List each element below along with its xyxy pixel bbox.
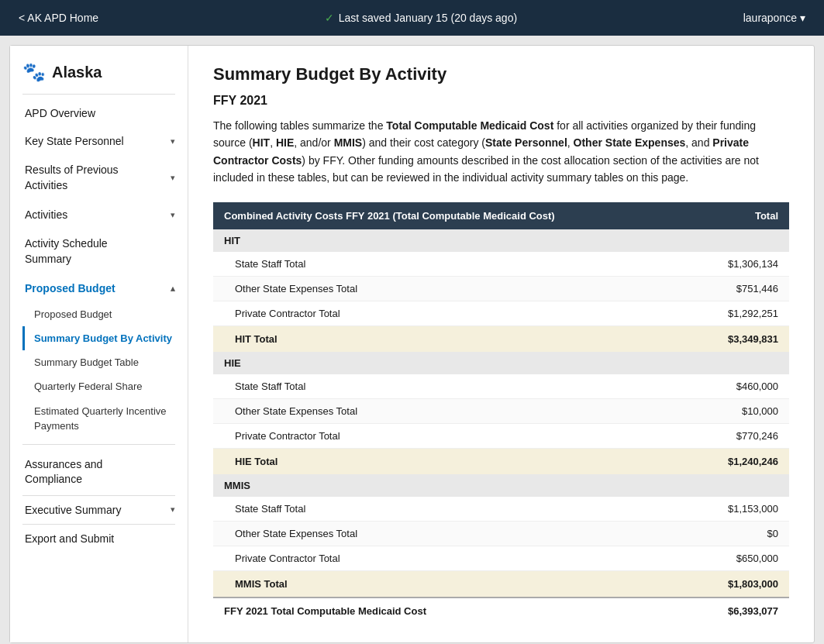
table-grand-total-row: FFY 2021 Total Computable Medicaid Cost$… [213,598,789,624]
chevron-up-icon: ▴ [171,284,175,294]
main-content: Summary Budget By Activity FFY 2021 The … [188,46,814,642]
sidebar-sub-item-proposed-budget[interactable]: Proposed Budget [22,302,188,326]
alaska-icon: 🐾 [22,61,46,83]
page-title: Summary Budget By Activity [213,64,789,84]
ffy-label: FFY 2021 [213,94,789,108]
sidebar: 🐾 Alaska APD Overview Key State Personne… [10,46,188,642]
table-header-row: Combined Activity Costs FFY 2021 (Total … [213,202,789,229]
table-total-row: HIE Total$1,240,246 [213,448,789,474]
save-status: ✓ Last saved January 15 (20 days ago) [325,12,517,24]
sidebar-item-executive-summary[interactable]: Executive Summary ▾ [10,496,188,524]
chevron-down-icon: ▾ [171,173,175,183]
table-row: State Staff Total$1,306,134 [213,252,789,277]
chevron-down-icon: ▾ [171,505,175,515]
table-row: State Staff Total$460,000 [213,374,789,399]
sidebar-sub-item-summary-budget-table[interactable]: Summary Budget Table [22,350,188,374]
user-menu[interactable]: lauraponce ▾ [743,12,805,24]
sidebar-item-key-state-personnel[interactable]: Key State Personnel ▾ [10,127,188,155]
sidebar-item-assurances[interactable]: Assurances and Compliance [10,449,188,495]
table-row: Private Contractor Total$1,292,251 [213,301,789,325]
sidebar-item-results-prev[interactable]: Results of Previous Activities ▾ [10,155,188,201]
chevron-down-icon: ▾ [800,12,805,24]
table-row: State Staff Total$1,153,000 [213,497,789,522]
chevron-down-icon: ▾ [171,210,175,220]
topnav: < AK APD Home ✓ Last saved January 15 (2… [0,0,824,36]
sidebar-sub-item-summary-budget-activity[interactable]: Summary Budget By Activity [22,326,188,350]
back-link[interactable]: < AK APD Home [19,12,98,24]
check-icon: ✓ [325,12,334,24]
table-total-row: HIT Total$3,349,831 [213,325,789,352]
sidebar-item-activities[interactable]: Activities ▾ [10,201,188,229]
sidebar-sub-item-estimated-quarterly[interactable]: Estimated Quarterly Incentive Payments [22,398,188,439]
sidebar-sub-proposed-budget: Proposed Budget Summary Budget By Activi… [10,302,188,439]
table-row: Other State Expenses Total$10,000 [213,398,789,423]
sidebar-item-export-submit[interactable]: Export and Submit [10,525,188,553]
table-row: Private Contractor Total$650,000 [213,546,789,570]
table-header-label: Combined Activity Costs FFY 2021 (Total … [213,202,688,229]
table-row: Private Contractor Total$770,246 [213,423,789,448]
chevron-down-icon: ▾ [171,136,175,146]
sidebar-item-apd-overview[interactable]: APD Overview [10,99,188,127]
table-section-row: MMIS [213,474,789,497]
table-total-row: MMIS Total$1,803,000 [213,570,789,598]
table-header-total: Total [688,202,789,229]
sidebar-item-proposed-budget[interactable]: Proposed Budget ▴ [10,274,188,302]
sidebar-sub-item-quarterly-federal[interactable]: Quarterly Federal Share [22,374,188,398]
table-row: Other State Expenses Total$751,446 [213,276,789,301]
table-row: Other State Expenses Total$0 [213,521,789,546]
budget-table: Combined Activity Costs FFY 2021 (Total … [213,202,789,624]
intro-paragraph: The following tables summarize the Total… [213,117,789,187]
sidebar-item-activity-schedule[interactable]: Activity Schedule Summary [10,229,188,274]
table-section-row: HIT [213,229,789,252]
table-section-row: HIE [213,352,789,374]
sidebar-logo-text: Alaska [52,64,102,81]
